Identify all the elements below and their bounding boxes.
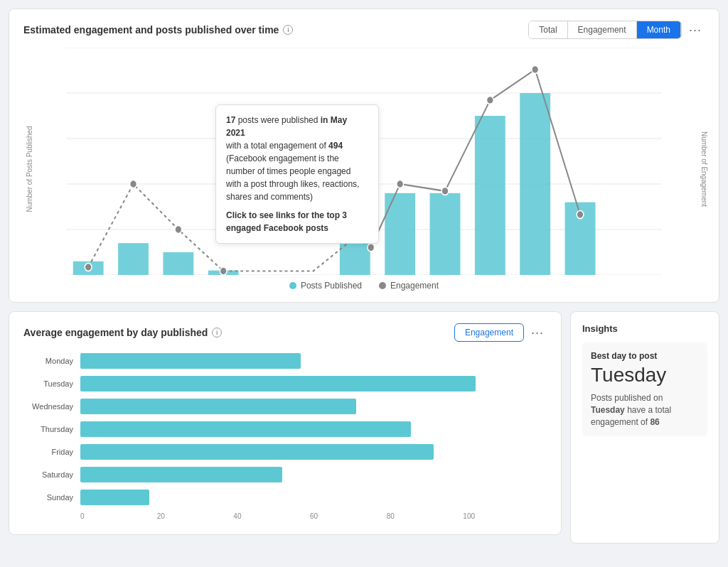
- hbar-row-saturday: Saturday: [31, 467, 540, 482]
- svg-point-17: [130, 180, 137, 188]
- legend-engagement: Engagement: [379, 281, 439, 291]
- bottom-chart-title-text: Average engagement by day published: [23, 327, 208, 338]
- x-tick-40: 40: [233, 512, 310, 520]
- hbar-fill-thursday: [80, 421, 411, 437]
- insights-body: Best day to post Tuesday Posts published…: [582, 342, 707, 436]
- hbar-track-monday: [80, 353, 540, 369]
- hbar-track-friday: [80, 444, 540, 460]
- svg-point-19: [220, 267, 227, 275]
- hbar-fill-monday: [80, 353, 301, 369]
- svg-rect-10: [340, 198, 370, 275]
- svg-point-22: [441, 187, 449, 195]
- posts-legend-label: Posts Published: [301, 281, 362, 291]
- posts-legend-dot: [289, 282, 296, 289]
- top-chart-title-text: Estimated engagement and posts published…: [23, 24, 279, 36]
- hbar-label-saturday: Saturday: [31, 470, 80, 479]
- hbar-fill-wednesday: [80, 399, 356, 414]
- best-day-value: Tuesday: [591, 364, 699, 387]
- svg-point-24: [532, 65, 539, 73]
- top-chart-header: Estimated engagement and posts published…: [23, 21, 705, 39]
- top-chart-card: Estimated engagement and posts published…: [9, 9, 719, 303]
- hbar-row-friday: Friday: [31, 444, 540, 460]
- top-chart-svg: Oct '20 Nov '20 Dec '20 Jan '21 Feb '21 …: [66, 48, 662, 275]
- svg-rect-14: [520, 93, 550, 275]
- top-chart-btn-group: Total Engagement Month: [528, 21, 682, 39]
- svg-point-18: [175, 225, 182, 233]
- engagement-legend-label: Engagement: [390, 281, 439, 291]
- svg-rect-8: [163, 252, 193, 275]
- hbar-label-monday: Monday: [31, 357, 80, 365]
- total-button[interactable]: Total: [529, 21, 567, 38]
- hbar-label-thursday: Thursday: [31, 425, 80, 433]
- best-day-desc: Posts published on Tuesday have a total …: [591, 392, 699, 428]
- svg-point-16: [85, 263, 92, 271]
- engagement-legend-dot: [379, 282, 386, 289]
- svg-rect-13: [475, 116, 505, 275]
- hbar-row-sunday: Sunday: [31, 490, 540, 505]
- top-chart-actions: Total Engagement Month ···: [528, 21, 705, 39]
- best-day-label: Best day to post: [591, 351, 699, 361]
- insights-title: Insights: [582, 323, 707, 334]
- bottom-chart-info-icon[interactable]: i: [212, 328, 222, 338]
- bottom-chart-title: Average engagement by day published i: [23, 327, 222, 338]
- svg-point-21: [397, 180, 404, 188]
- hbar-row-wednesday: Wednesday: [31, 399, 540, 414]
- hbar-fill-tuesday: [80, 376, 476, 392]
- hbar-track-sunday: [80, 490, 540, 505]
- svg-point-25: [577, 211, 584, 219]
- hbar-track-thursday: [80, 421, 540, 437]
- x-tick-80: 80: [387, 512, 464, 520]
- hbar-chart: Monday Tuesday Wednesday: [31, 350, 540, 523]
- bottom-chart-card: Average engagement by day published i En…: [9, 311, 562, 535]
- x-tick-100: 100: [463, 512, 540, 520]
- bottom-engagement-button[interactable]: Engagement: [454, 323, 524, 342]
- legend-posts: Posts Published: [289, 281, 362, 291]
- engagement-button[interactable]: Engagement: [568, 21, 637, 38]
- hbar-track-wednesday: [80, 399, 540, 414]
- hbar-row-thursday: Thursday: [31, 421, 540, 437]
- x-tick-60: 60: [310, 512, 387, 520]
- hbar-fill-saturday: [80, 467, 282, 482]
- svg-rect-7: [118, 243, 149, 275]
- svg-point-20: [368, 244, 375, 252]
- top-chart-title: Estimated engagement and posts published…: [23, 24, 293, 36]
- y-axis-title-left: Number of Posts Published: [26, 126, 33, 212]
- month-button[interactable]: Month: [637, 21, 681, 38]
- insights-card: Insights Best day to post Tuesday Posts …: [570, 311, 719, 544]
- x-tick-0: 0: [80, 512, 157, 520]
- x-tick-20: 20: [157, 512, 234, 520]
- hbar-label-friday: Friday: [31, 448, 80, 456]
- hbar-x-axis: 0 20 40 60 80 100: [31, 512, 540, 520]
- bottom-chart-more-button[interactable]: ···: [528, 324, 547, 342]
- top-chart-info-icon[interactable]: i: [283, 25, 293, 35]
- hbar-chart-container: Monday Tuesday Wednesday: [23, 350, 547, 523]
- hbar-fill-friday: [80, 444, 434, 460]
- best-day-engagement: 86: [650, 417, 659, 427]
- top-chart-more-button[interactable]: ···: [686, 21, 705, 39]
- top-chart-legend: Posts Published Engagement: [66, 281, 662, 291]
- svg-rect-12: [430, 193, 461, 275]
- bottom-chart-header: Average engagement by day published i En…: [23, 323, 547, 342]
- svg-rect-11: [385, 193, 415, 275]
- bottom-chart-actions: Engagement ···: [454, 323, 547, 342]
- y-axis-title-right: Number of Engagement: [700, 131, 707, 207]
- hbar-fill-sunday: [80, 490, 149, 505]
- hbar-row-monday: Monday: [31, 353, 540, 369]
- hbar-label-wednesday: Wednesday: [31, 402, 80, 411]
- hbar-row-tuesday: Tuesday: [31, 376, 540, 392]
- hbar-label-tuesday: Tuesday: [31, 379, 80, 388]
- hbar-track-saturday: [80, 467, 540, 482]
- bottom-section: Average engagement by day published i En…: [9, 311, 719, 544]
- svg-point-23: [486, 96, 493, 104]
- hbar-label-sunday: Sunday: [31, 493, 80, 502]
- hbar-track-tuesday: [80, 376, 540, 392]
- top-chart-area: Oct '20 Nov '20 Dec '20 Jan '21 Feb '21 …: [66, 48, 662, 275]
- best-day-bold: Tuesday: [591, 405, 625, 415]
